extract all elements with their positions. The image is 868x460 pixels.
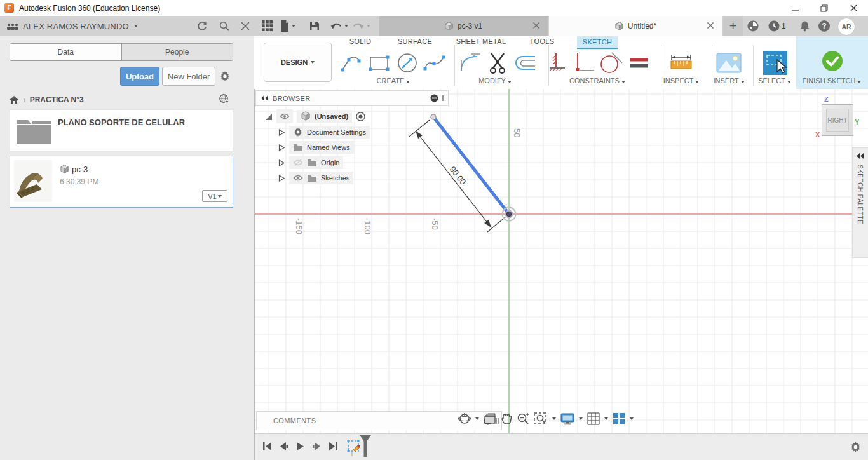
visibility-toggle[interactable]	[276, 109, 293, 123]
group-constraints[interactable]: CONSTRAINTS	[556, 77, 639, 85]
save-icon[interactable]	[309, 21, 320, 31]
constraint-horizontal-vertical-tool[interactable]	[572, 50, 597, 76]
collapsed-arrow-icon[interactable]	[278, 159, 285, 166]
circle-tool[interactable]	[395, 50, 420, 76]
refresh-icon[interactable]	[197, 21, 207, 31]
username-dropdown[interactable]: ALEX RAMOS RAYMUNDO	[23, 22, 129, 31]
home-icon[interactable]	[9, 95, 19, 104]
browser-item-origin[interactable]: Origin	[278, 156, 343, 170]
grid-display-icon[interactable]	[587, 412, 600, 425]
play-icon[interactable]	[295, 442, 305, 451]
rectangle-tool[interactable]	[367, 50, 392, 76]
redo-button[interactable]	[353, 22, 370, 30]
view-cube-face[interactable]: RIGHT	[822, 104, 853, 136]
browser-item-named-views[interactable]: Named Views	[278, 140, 354, 154]
minimize-button[interactable]	[780, 0, 810, 16]
view-cube[interactable]: Z RIGHT X Y	[814, 97, 862, 144]
collapsed-arrow-icon[interactable]	[278, 175, 285, 182]
close-window-button[interactable]	[839, 0, 868, 16]
new-folder-button[interactable]: New Folder	[162, 67, 215, 86]
workspace-selector[interactable]: DESIGN	[264, 43, 332, 82]
look-at-icon[interactable]	[484, 413, 496, 424]
viewports-icon[interactable]	[613, 412, 625, 425]
offset-tool[interactable]	[512, 50, 537, 76]
job-status-button[interactable]: 1	[768, 20, 786, 32]
sketch-line[interactable]	[433, 117, 509, 214]
collapsed-arrow-icon[interactable]	[278, 144, 285, 151]
close-tab-icon[interactable]	[707, 22, 714, 29]
browser-root-row[interactable]: (Unsaved)	[264, 109, 365, 123]
timeline-settings-gear-icon[interactable]	[850, 441, 862, 453]
orbit-icon[interactable]	[458, 412, 471, 425]
fit-icon[interactable]	[534, 412, 548, 425]
show-data-panel-icon[interactable]	[262, 20, 273, 32]
version-dropdown[interactable]: V1	[202, 190, 227, 202]
close-panel-icon[interactable]	[241, 22, 250, 30]
sketch-endpoint[interactable]	[431, 114, 436, 119]
tab-solid[interactable]: SOLID	[343, 37, 377, 48]
tab-surface[interactable]: SURFACE	[393, 37, 437, 48]
undo-button[interactable]	[330, 22, 348, 30]
new-tab-button[interactable]: +	[723, 16, 743, 36]
chevron-down-icon[interactable]	[552, 417, 556, 420]
tab-people[interactable]: People	[121, 44, 233, 60]
sketch-palette-tab[interactable]: SKETCH PALETTE	[852, 147, 868, 258]
document-tab-pc3[interactable]: pc-3 v1	[379, 16, 548, 36]
group-create[interactable]: CREATE	[352, 77, 435, 85]
minimize-panel-icon[interactable]	[430, 94, 438, 102]
zoom-icon[interactable]	[517, 412, 529, 425]
browser-item-sketches[interactable]: Sketches	[278, 171, 353, 185]
eye-icon[interactable]	[293, 173, 303, 183]
settings-gear-icon[interactable]	[219, 71, 231, 82]
insert-image-tool[interactable]	[716, 50, 742, 76]
file-item-selected[interactable]: pc-3 6:30:39 PM V1	[10, 156, 233, 208]
browser-header[interactable]: BROWSER	[255, 90, 449, 106]
tab-sketch[interactable]: SKETCH	[577, 36, 618, 48]
close-tab-icon[interactable]	[532, 22, 540, 29]
tab-tools[interactable]: TOOLS	[525, 37, 559, 48]
chevron-down-icon[interactable]	[604, 417, 608, 420]
expanded-arrow-icon[interactable]	[264, 112, 273, 121]
display-settings-icon[interactable]	[560, 413, 574, 425]
notifications-bell-icon[interactable]	[799, 20, 810, 32]
go-to-end-icon[interactable]	[329, 442, 338, 451]
file-menu-button[interactable]	[280, 20, 295, 32]
help-icon[interactable]: ?	[818, 20, 830, 32]
step-back-icon[interactable]	[279, 442, 288, 451]
collapse-panel-icon[interactable]	[261, 95, 269, 101]
extensions-icon[interactable]	[747, 20, 759, 32]
spline-tool[interactable]	[422, 50, 447, 76]
collapsed-arrow-icon[interactable]	[278, 129, 285, 136]
pan-hand-icon[interactable]	[501, 412, 512, 425]
timeline-playhead[interactable]	[359, 435, 372, 457]
restore-button[interactable]	[810, 0, 839, 16]
finish-sketch-button[interactable]: FINISH SKETCH	[796, 36, 868, 89]
measure-tool[interactable]	[668, 50, 694, 76]
line-tool[interactable]	[339, 50, 364, 76]
trim-tool[interactable]	[485, 50, 510, 76]
fillet-tool[interactable]	[458, 50, 484, 76]
panel-drag-handle[interactable]	[442, 95, 445, 101]
chevron-down-icon[interactable]	[475, 417, 479, 420]
tab-data[interactable]: Data	[10, 44, 121, 60]
eye-off-icon[interactable]	[293, 158, 303, 168]
chevron-down-icon[interactable]	[579, 417, 583, 420]
viewport-canvas[interactable]: 90.00 -150 -100 -50 50 BROWSER	[255, 89, 868, 433]
go-to-start-icon[interactable]	[262, 442, 272, 451]
breadcrumb-folder[interactable]: PRACTICA N°3	[30, 95, 84, 104]
step-forward-icon[interactable]	[312, 442, 322, 451]
constraint-equal-tool[interactable]	[627, 50, 652, 76]
activate-radio-icon[interactable]	[356, 112, 365, 121]
group-modify[interactable]: MODIFY	[454, 77, 536, 85]
constraint-fix-tool[interactable]	[545, 50, 571, 76]
browser-item-document-settings[interactable]: Document Settings	[278, 125, 370, 139]
root-component[interactable]: (Unsaved)	[297, 110, 352, 123]
document-tab-untitled[interactable]: Untitled*	[549, 16, 722, 36]
origin-point[interactable]	[506, 212, 512, 217]
expand-panel-icon[interactable]	[857, 153, 864, 159]
avatar[interactable]: AR	[837, 18, 855, 36]
upload-button[interactable]: Upload	[120, 67, 159, 86]
folder-item[interactable]: PLANO SOPORTE DE CELULAR	[10, 109, 233, 152]
select-tool[interactable]	[763, 50, 788, 76]
constraint-tangent-tool[interactable]	[599, 50, 624, 76]
